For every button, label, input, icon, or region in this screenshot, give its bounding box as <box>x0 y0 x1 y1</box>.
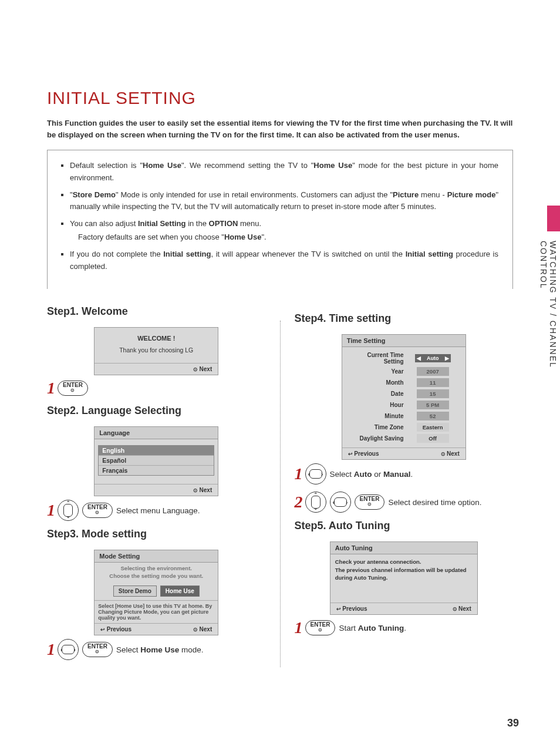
time-row-value: Off <box>406 433 460 444</box>
language-panel: Language English Español Français Next <box>94 426 218 496</box>
dpad-vertical[interactable] <box>305 492 326 513</box>
step3-action-text: Select Home Use mode. <box>116 645 204 654</box>
note-2: "Store Demo" Mode is only intended for u… <box>70 189 498 214</box>
enter-button[interactable]: ENTER⊙ <box>82 642 113 657</box>
step-index-1: 1 <box>47 501 55 520</box>
step2-heading: Step2. Language Selecting <box>47 405 266 417</box>
page-title: INITIAL SETTING <box>47 88 513 108</box>
time-row-label: Year <box>348 366 406 377</box>
step-index-2: 2 <box>295 493 303 512</box>
enter-button[interactable]: ENTER⊙ <box>58 381 88 396</box>
time-row-label: Current Time Setting <box>348 351 406 366</box>
note-3: You can also adjust Initial Setting in t… <box>70 218 498 230</box>
dpad-horizontal[interactable] <box>330 492 351 513</box>
time-row-value: 2007 <box>406 366 460 377</box>
step-index-1: 1 <box>295 465 303 483</box>
prev-label: Previous <box>348 450 379 457</box>
section-label: WATCHING TV / CHANNEL CONTROL <box>539 241 558 405</box>
step-index-1: 1 <box>47 640 55 659</box>
note-3-sub: Factory defaults are set when you choose… <box>78 231 498 244</box>
side-tab-accent <box>547 206 560 231</box>
mode-title1: Selecting the environment. <box>98 565 214 572</box>
store-demo-button[interactable]: Store Demo <box>113 586 157 597</box>
step5-action: 1 ENTER⊙ Start Auto Tuning. <box>295 618 514 637</box>
enter-button[interactable]: ENTER⊙ <box>305 620 336 635</box>
note-4: If you do not complete the Initial setti… <box>70 248 498 273</box>
column-divider <box>280 321 281 667</box>
next-label: Next <box>193 366 212 372</box>
step4-action2: 2 ENTER⊙ Select desired time option. <box>295 492 514 513</box>
step4-heading: Step4. Time setting <box>295 312 514 325</box>
time-header: Time Setting <box>342 335 465 347</box>
step5-action-text: Start Auto Tuning. <box>339 624 406 632</box>
step4-action1-text: Select Auto or Manual. <box>330 470 413 479</box>
time-row-label: Date <box>348 388 406 399</box>
autotune-body2: The previous channel information will be… <box>335 566 473 582</box>
welcome-panel: WELCOME ! Thank you for choosing LG Next <box>94 327 218 375</box>
step4-action2-text: Select desired time option. <box>388 498 481 507</box>
step-index-1: 1 <box>295 618 303 637</box>
next-label: Next <box>193 626 212 632</box>
welcome-sub: Thank you for choosing LG <box>100 346 212 354</box>
mode-header: Mode Setting <box>95 550 218 563</box>
step-index-1: 1 <box>47 379 55 398</box>
step2-action-text: Select menu Language. <box>116 506 200 515</box>
prev-label: Previous <box>336 605 367 612</box>
time-row-value: Eastern <box>406 422 460 433</box>
time-row-label: Time Zone <box>348 422 406 433</box>
next-label: Next <box>441 450 460 457</box>
step3-action: 1 ENTER⊙ Select Home Use mode. <box>47 639 266 660</box>
mode-title2: Choose the setting mode you want. <box>98 573 214 580</box>
autotune-body1: Check your antenna connection. <box>335 558 473 566</box>
lang-option-english[interactable]: English <box>99 446 214 456</box>
dpad-vertical[interactable] <box>58 500 79 521</box>
step3-heading: Step3. Mode setting <box>47 528 266 540</box>
time-row-value: 5 PM <box>406 399 460 410</box>
time-row-value: 11 <box>406 377 460 388</box>
next-label: Next <box>453 605 471 612</box>
next-label: Next <box>193 487 212 493</box>
dpad-horizontal[interactable] <box>305 463 326 484</box>
welcome-title: WELCOME ! <box>100 335 212 342</box>
step4-action1: 1 Select Auto or Manual. <box>295 463 514 484</box>
mode-panel: Mode Setting Selecting the environment. … <box>94 550 218 635</box>
time-row-value: 15 <box>406 388 460 399</box>
notes-box: Default selection is "Home Use". We reco… <box>47 150 513 289</box>
time-row-label: Month <box>348 377 406 388</box>
time-row-label: Daylight Saving <box>348 433 406 444</box>
prev-label: Previous <box>100 626 131 632</box>
dpad-horizontal[interactable] <box>58 639 79 660</box>
time-row-value: ◀Auto▶ <box>406 351 460 366</box>
step1-heading: Step1. Welcome <box>47 305 266 318</box>
language-header: Language <box>95 427 218 439</box>
note-1: Default selection is "Home Use". We reco… <box>70 160 498 184</box>
intro-text: This Function guides the user to easily … <box>47 117 513 140</box>
time-row-label: Hour <box>348 399 406 410</box>
mode-note: Select [Home Use] to use this TV at home… <box>95 600 218 623</box>
enter-button[interactable]: ENTER⊙ <box>355 494 385 510</box>
home-use-button[interactable]: Home Use <box>160 586 200 597</box>
step1-action: 1 ENTER⊙ <box>47 379 266 398</box>
time-row-label: Minute <box>348 410 406 422</box>
step5-heading: Step5. Auto Tuning <box>295 520 514 532</box>
autotune-panel: Auto Tuning Check your antenna connectio… <box>330 541 478 615</box>
enter-button[interactable]: ENTER⊙ <box>82 503 113 518</box>
page-number: 39 <box>507 717 519 729</box>
lang-option-francais[interactable]: Français <box>99 466 214 475</box>
time-panel: Time Setting Current Time Setting◀Auto▶Y… <box>342 334 466 460</box>
lang-option-espanol[interactable]: Español <box>99 456 214 466</box>
step2-action: 1 ENTER⊙ Select menu Language. <box>47 500 266 521</box>
autotune-header: Auto Tuning <box>330 542 477 554</box>
time-row-value: 52 <box>406 410 460 422</box>
